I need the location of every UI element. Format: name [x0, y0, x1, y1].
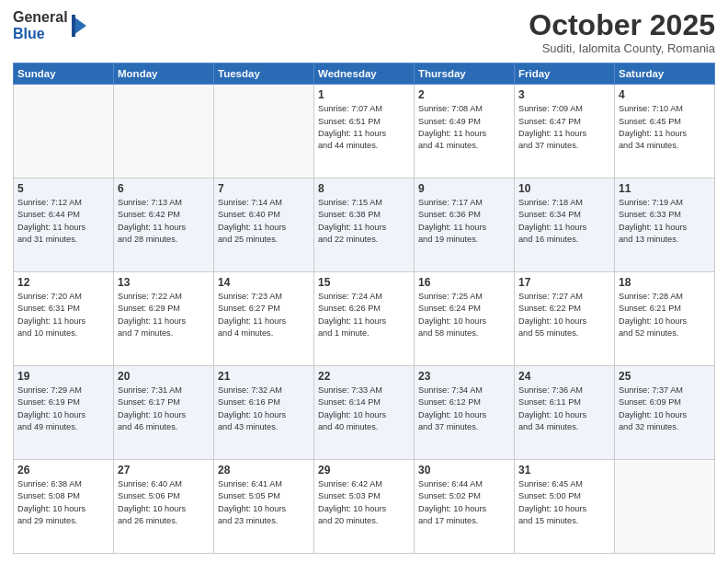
day-info: Sunrise: 7:24 AM Sunset: 6:26 PM Dayligh…: [318, 291, 410, 339]
day-number: 27: [118, 464, 210, 477]
table-row: 4Sunrise: 7:10 AM Sunset: 6:45 PM Daylig…: [615, 85, 715, 178]
day-number: 6: [118, 182, 210, 195]
day-info: Sunrise: 7:22 AM Sunset: 6:29 PM Dayligh…: [118, 291, 210, 339]
day-info: Sunrise: 7:12 AM Sunset: 6:44 PM Dayligh…: [17, 197, 109, 246]
day-info: Sunrise: 7:29 AM Sunset: 6:19 PM Dayligh…: [17, 385, 109, 433]
day-number: 3: [518, 88, 610, 101]
day-info: Sunrise: 7:09 AM Sunset: 6:47 PM Dayligh…: [518, 103, 610, 152]
page-container: General Blue October 2025 Suditi, Ialomi…: [0, 0, 728, 563]
day-info: Sunrise: 7:23 AM Sunset: 6:27 PM Dayligh…: [218, 291, 310, 339]
day-number: 9: [418, 182, 510, 195]
day-number: 17: [518, 276, 610, 289]
day-info: Sunrise: 7:27 AM Sunset: 6:22 PM Dayligh…: [518, 291, 610, 339]
logo-blue: Blue: [13, 26, 68, 42]
day-info: Sunrise: 7:32 AM Sunset: 6:16 PM Dayligh…: [218, 385, 310, 433]
day-number: 24: [518, 370, 610, 383]
day-number: 14: [218, 276, 310, 289]
day-info: Sunrise: 7:20 AM Sunset: 6:31 PM Dayligh…: [17, 291, 109, 339]
table-row: 17Sunrise: 7:27 AM Sunset: 6:22 PM Dayli…: [515, 272, 615, 366]
header-wednesday: Wednesday: [314, 63, 415, 85]
day-number: 12: [17, 276, 109, 289]
day-info: Sunrise: 7:14 AM Sunset: 6:40 PM Dayligh…: [218, 197, 310, 246]
table-row: 9Sunrise: 7:17 AM Sunset: 6:36 PM Daylig…: [415, 178, 515, 272]
day-info: Sunrise: 7:15 AM Sunset: 6:38 PM Dayligh…: [318, 197, 410, 246]
table-row: 8Sunrise: 7:15 AM Sunset: 6:38 PM Daylig…: [314, 178, 415, 272]
logo: General Blue: [13, 9, 88, 41]
day-number: 8: [318, 182, 410, 195]
day-number: 25: [619, 370, 711, 383]
table-row: 22Sunrise: 7:33 AM Sunset: 6:14 PM Dayli…: [314, 366, 415, 460]
calendar-week-row: 12Sunrise: 7:20 AM Sunset: 6:31 PM Dayli…: [14, 272, 715, 366]
table-row: 16Sunrise: 7:25 AM Sunset: 6:24 PM Dayli…: [415, 272, 515, 366]
day-info: Sunrise: 6:45 AM Sunset: 5:00 PM Dayligh…: [518, 478, 610, 527]
header-friday: Friday: [515, 63, 615, 85]
day-number: 13: [118, 276, 210, 289]
title-area: October 2025 Suditi, Ialomita County, Ro…: [529, 9, 715, 55]
day-info: Sunrise: 7:07 AM Sunset: 6:51 PM Dayligh…: [318, 103, 410, 152]
table-row: 14Sunrise: 7:23 AM Sunset: 6:27 PM Dayli…: [214, 272, 314, 366]
day-number: 19: [17, 370, 109, 383]
table-row: [114, 85, 214, 178]
header-thursday: Thursday: [415, 63, 515, 85]
table-row: 31Sunrise: 6:45 AM Sunset: 5:00 PM Dayli…: [515, 460, 615, 554]
day-info: Sunrise: 6:44 AM Sunset: 5:02 PM Dayligh…: [418, 478, 510, 527]
table-row: 28Sunrise: 6:41 AM Sunset: 5:05 PM Dayli…: [214, 460, 314, 554]
calendar-table: Sunday Monday Tuesday Wednesday Thursday…: [13, 63, 715, 554]
day-number: 4: [619, 88, 711, 101]
table-row: 6Sunrise: 7:13 AM Sunset: 6:42 PM Daylig…: [114, 178, 214, 272]
day-info: Sunrise: 6:42 AM Sunset: 5:03 PM Dayligh…: [318, 478, 410, 527]
day-info: Sunrise: 6:40 AM Sunset: 5:06 PM Dayligh…: [118, 478, 210, 527]
day-number: 20: [118, 370, 210, 383]
day-info: Sunrise: 7:19 AM Sunset: 6:33 PM Dayligh…: [619, 197, 711, 246]
table-row: 23Sunrise: 7:34 AM Sunset: 6:12 PM Dayli…: [415, 366, 515, 460]
calendar-week-row: 1Sunrise: 7:07 AM Sunset: 6:51 PM Daylig…: [14, 85, 715, 178]
table-row: 20Sunrise: 7:31 AM Sunset: 6:17 PM Dayli…: [114, 366, 214, 460]
calendar-week-row: 5Sunrise: 7:12 AM Sunset: 6:44 PM Daylig…: [14, 178, 715, 272]
logo-general: General: [13, 9, 68, 26]
day-number: 28: [218, 464, 310, 477]
table-row: 25Sunrise: 7:37 AM Sunset: 6:09 PM Dayli…: [615, 366, 715, 460]
header: General Blue October 2025 Suditi, Ialomi…: [13, 9, 715, 55]
calendar-week-row: 26Sunrise: 6:38 AM Sunset: 5:08 PM Dayli…: [14, 460, 715, 554]
day-number: 11: [619, 182, 711, 195]
day-number: 10: [518, 182, 610, 195]
day-info: Sunrise: 7:34 AM Sunset: 6:12 PM Dayligh…: [418, 385, 510, 433]
day-info: Sunrise: 7:18 AM Sunset: 6:34 PM Dayligh…: [518, 197, 610, 246]
table-row: 10Sunrise: 7:18 AM Sunset: 6:34 PM Dayli…: [515, 178, 615, 272]
day-number: 18: [619, 276, 711, 289]
table-row: 12Sunrise: 7:20 AM Sunset: 6:31 PM Dayli…: [14, 272, 114, 366]
day-info: Sunrise: 7:33 AM Sunset: 6:14 PM Dayligh…: [318, 385, 410, 433]
logo-icon: [70, 13, 88, 39]
header-tuesday: Tuesday: [214, 63, 314, 85]
header-monday: Monday: [114, 63, 214, 85]
table-row: 30Sunrise: 6:44 AM Sunset: 5:02 PM Dayli…: [415, 460, 515, 554]
header-saturday: Saturday: [615, 63, 715, 85]
table-row: 7Sunrise: 7:14 AM Sunset: 6:40 PM Daylig…: [214, 178, 314, 272]
day-number: 30: [418, 464, 510, 477]
month-title: October 2025: [529, 9, 715, 41]
table-row: 1Sunrise: 7:07 AM Sunset: 6:51 PM Daylig…: [314, 85, 415, 178]
header-sunday: Sunday: [14, 63, 114, 85]
day-info: Sunrise: 7:10 AM Sunset: 6:45 PM Dayligh…: [619, 103, 711, 152]
subtitle: Suditi, Ialomita County, Romania: [529, 41, 715, 55]
table-row: 5Sunrise: 7:12 AM Sunset: 6:44 PM Daylig…: [14, 178, 114, 272]
calendar-header-row: Sunday Monday Tuesday Wednesday Thursday…: [14, 63, 715, 85]
day-number: 29: [318, 464, 410, 477]
calendar-week-row: 19Sunrise: 7:29 AM Sunset: 6:19 PM Dayli…: [14, 366, 715, 460]
day-info: Sunrise: 7:37 AM Sunset: 6:09 PM Dayligh…: [619, 385, 711, 433]
day-info: Sunrise: 7:17 AM Sunset: 6:36 PM Dayligh…: [418, 197, 510, 246]
svg-rect-1: [72, 15, 75, 37]
svg-marker-0: [74, 17, 86, 35]
table-row: [615, 460, 715, 554]
day-number: 7: [218, 182, 310, 195]
day-number: 22: [318, 370, 410, 383]
day-number: 16: [418, 276, 510, 289]
table-row: [214, 85, 314, 178]
table-row: 13Sunrise: 7:22 AM Sunset: 6:29 PM Dayli…: [114, 272, 214, 366]
day-info: Sunrise: 7:25 AM Sunset: 6:24 PM Dayligh…: [418, 291, 510, 339]
day-number: 1: [318, 88, 410, 101]
table-row: 29Sunrise: 6:42 AM Sunset: 5:03 PM Dayli…: [314, 460, 415, 554]
day-info: Sunrise: 6:38 AM Sunset: 5:08 PM Dayligh…: [17, 478, 109, 527]
day-info: Sunrise: 7:13 AM Sunset: 6:42 PM Dayligh…: [118, 197, 210, 246]
day-number: 15: [318, 276, 410, 289]
